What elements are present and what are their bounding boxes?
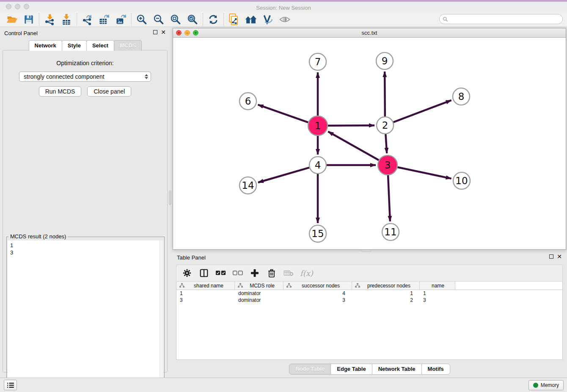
- table-settings-button[interactable]: [182, 268, 193, 279]
- column-header-shared-name[interactable]: shared name: [176, 282, 235, 290]
- memory-button[interactable]: Memory: [528, 380, 564, 390]
- mcds-result-text[interactable]: 1 3: [8, 240, 163, 392]
- tab-network[interactable]: Network: [29, 40, 62, 51]
- zoom-in-icon: [136, 14, 148, 25]
- zoom-in-button[interactable]: [133, 13, 150, 26]
- horizontal-splitter-handle[interactable]: [362, 250, 371, 252]
- export-image-button[interactable]: [113, 13, 129, 26]
- save-session-button[interactable]: [20, 13, 37, 26]
- vizmapper-button[interactable]: [259, 13, 276, 26]
- home-button[interactable]: [242, 13, 259, 26]
- toolbar-separator: [203, 13, 203, 26]
- table-panel-tabs: Node Table Edge Table Network Table Moti…: [173, 364, 566, 375]
- graph-edge-2-3[interactable]: [385, 134, 387, 153]
- network-canvas[interactable]: 7968124314101511: [173, 38, 566, 249]
- graph-node-label-1: 1: [315, 120, 321, 131]
- close-panel-button[interactable]: Close panel: [87, 86, 131, 97]
- main-toolbar: [0, 12, 567, 27]
- table-row[interactable]: 3dominator323: [176, 297, 562, 304]
- toolbar-separator: [77, 13, 77, 26]
- graph-node-label-3: 3: [385, 160, 391, 171]
- refresh-button[interactable]: [205, 13, 222, 26]
- task-history-button[interactable]: [4, 380, 17, 390]
- network-graph[interactable]: 7968124314101511: [173, 38, 566, 249]
- network-minimize-button[interactable]: −: [184, 30, 190, 36]
- memory-label: Memory: [541, 382, 559, 388]
- export-network-button[interactable]: [79, 13, 96, 26]
- graph-edge-4-14[interactable]: [258, 168, 309, 182]
- delete-table-icon: [284, 270, 294, 276]
- tab-network-table[interactable]: Network Table: [372, 364, 422, 375]
- graph-edge-3-1[interactable]: [328, 132, 379, 160]
- column-layout-button[interactable]: [198, 268, 209, 279]
- table-panel-title: Table Panel: [177, 254, 206, 261]
- column-type-icon: [179, 283, 184, 288]
- graph-edge-2-9[interactable]: [385, 72, 385, 116]
- column-type-icon: [238, 283, 243, 288]
- control-panel-close-button[interactable]: ✕: [161, 30, 166, 34]
- table-panel-float-button[interactable]: [549, 254, 553, 259]
- hide-show-button[interactable]: [276, 13, 293, 26]
- app-titlebar: Session: New Session: [0, 2, 567, 12]
- table-cell: 2: [352, 297, 420, 303]
- toolbar-separator: [131, 13, 132, 26]
- open-file-button[interactable]: [3, 13, 20, 26]
- graph-node-label-10: 10: [455, 175, 468, 186]
- delete-column-button[interactable]: [266, 268, 277, 279]
- search-box[interactable]: [439, 14, 563, 24]
- node-table[interactable]: shared name MCDS role successor nodes pr…: [176, 282, 563, 360]
- import-table-button[interactable]: [58, 13, 75, 26]
- create-column-button[interactable]: [249, 268, 260, 279]
- import-table-icon: [61, 14, 72, 25]
- graph-edge-3-10[interactable]: [397, 167, 451, 179]
- column-header-name[interactable]: name: [420, 282, 455, 290]
- control-panel-header: Control Panel ✕: [0, 28, 170, 39]
- dropdown-stepper-icon: [145, 74, 148, 79]
- table-body: 1dominator4113dominator323: [176, 290, 562, 304]
- table-cell: dominator: [235, 290, 284, 296]
- tab-style[interactable]: Style: [62, 40, 87, 51]
- table-cell: 3: [284, 297, 352, 303]
- column-header-predecessor-nodes[interactable]: predecessor nodes: [352, 282, 420, 290]
- import-network-button[interactable]: [41, 13, 58, 26]
- table-panel-close-button[interactable]: ✕: [557, 254, 562, 259]
- table-cell: 4: [284, 290, 352, 296]
- dropdown-value: strongly connected component: [24, 73, 145, 80]
- zoom-out-button[interactable]: [150, 13, 167, 26]
- mcds-result-scrollbar[interactable]: [160, 240, 163, 392]
- run-mcds-button[interactable]: Run MCDS: [39, 86, 82, 97]
- control-panel-float-button[interactable]: [153, 30, 157, 34]
- column-header-successor-nodes[interactable]: successor nodes: [284, 282, 352, 290]
- network-maximize-button[interactable]: +: [193, 30, 198, 36]
- refresh-icon: [208, 14, 219, 25]
- mcds-result-title: MCDS result (2 nodes): [8, 233, 68, 240]
- tab-node-table[interactable]: Node Table: [289, 364, 331, 375]
- network-close-button[interactable]: ✕: [176, 30, 182, 36]
- graph-edge-1-2[interactable]: [328, 125, 374, 126]
- tab-mcds[interactable]: MCDS: [114, 40, 142, 51]
- tab-select[interactable]: Select: [86, 40, 114, 51]
- tab-edge-table[interactable]: Edge Table: [330, 364, 372, 375]
- zoom-selected-button[interactable]: [184, 13, 201, 26]
- column-header-mcds-role[interactable]: MCDS role: [235, 282, 284, 290]
- table-cell: 1: [420, 290, 455, 296]
- gear-icon: [182, 268, 192, 278]
- graph-edge-3-11[interactable]: [388, 175, 390, 221]
- search-input[interactable]: [448, 15, 562, 23]
- graph-edge-1-6[interactable]: [258, 105, 308, 122]
- table-row[interactable]: 1dominator411: [176, 290, 562, 297]
- table-cell: 1: [176, 290, 235, 296]
- graph-edge-2-8[interactable]: [394, 100, 451, 122]
- network-window-titlebar[interactable]: ✕ − + scc.txt: [173, 28, 566, 38]
- network-file-button[interactable]: [226, 13, 242, 26]
- deselect-all-columns-button[interactable]: [232, 268, 243, 279]
- export-image-icon: [115, 14, 127, 25]
- export-table-button[interactable]: [96, 13, 113, 26]
- optimization-criterion-label: Optimization criterion:: [3, 60, 167, 66]
- tab-motifs[interactable]: Motifs: [421, 364, 450, 375]
- zoom-fit-button[interactable]: [167, 13, 184, 26]
- plus-icon: [250, 269, 259, 277]
- vertical-splitter-handle[interactable]: [169, 190, 171, 205]
- select-all-columns-button[interactable]: [215, 268, 226, 279]
- optimization-criterion-dropdown[interactable]: strongly connected component: [19, 72, 151, 82]
